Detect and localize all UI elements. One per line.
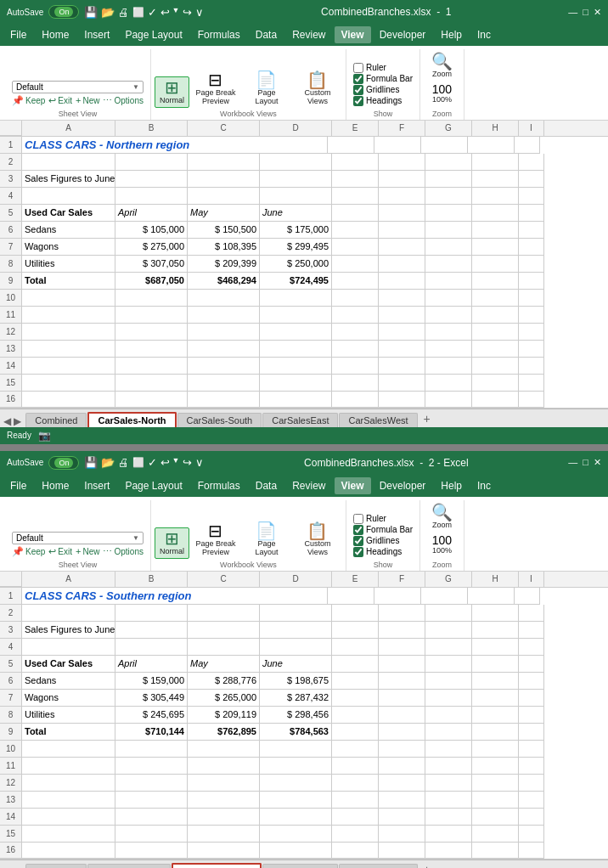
- custom-views-btn-1[interactable]: 📋 Custom Views: [293, 70, 342, 108]
- menu-formulas-2[interactable]: Formulas: [191, 477, 247, 494]
- cell-h1-1[interactable]: [468, 137, 515, 154]
- cell-h7-1[interactable]: [472, 239, 519, 256]
- cell-a7-1[interactable]: Wagons: [22, 239, 115, 256]
- cell-b6-2[interactable]: $ 159,000: [115, 673, 188, 690]
- sv-exit-1[interactable]: ↩ Exit: [48, 95, 72, 106]
- cell-i2-1[interactable]: [519, 154, 544, 171]
- cell-e5-1[interactable]: [332, 205, 379, 222]
- cell-c5-2[interactable]: May: [188, 656, 260, 673]
- autosave-toggle-1[interactable]: On: [48, 5, 79, 19]
- ruler-checkbox-1[interactable]: [353, 63, 363, 73]
- cell-b8-1[interactable]: $ 307,050: [115, 256, 188, 273]
- sheet-view-combo-1[interactable]: Default ▼: [12, 81, 144, 93]
- menu-view-1[interactable]: View: [335, 26, 371, 43]
- sv-keep-2[interactable]: 📌 Keep: [12, 546, 45, 557]
- cell-e2-2[interactable]: [332, 605, 379, 622]
- cell-i4-1[interactable]: [519, 188, 544, 205]
- cell-g6-1[interactable]: [425, 222, 472, 239]
- cell-f8-1[interactable]: [379, 256, 425, 273]
- headings-check-2[interactable]: Headings: [353, 547, 413, 557]
- menu-pagelayout-2[interactable]: Page Layout: [118, 477, 189, 494]
- zoom100-btn-2[interactable]: 100 100%: [428, 533, 456, 557]
- cell-c6-2[interactable]: $ 288,776: [188, 673, 260, 690]
- headings-checkbox-1[interactable]: [353, 96, 363, 106]
- gridlines-check-2[interactable]: Gridlines: [353, 536, 413, 546]
- ruler-check-1[interactable]: Ruler: [353, 63, 413, 73]
- cell-d3-1[interactable]: [260, 171, 332, 188]
- menu-review-2[interactable]: Review: [285, 477, 332, 494]
- formulabar-checkbox-2[interactable]: [353, 525, 363, 535]
- cell-b5-1[interactable]: April: [115, 205, 188, 222]
- tab-carsales-west-2[interactable]: CarSalesWest: [339, 864, 417, 868]
- cell-b2-1[interactable]: [115, 154, 188, 171]
- cell-g4-2[interactable]: [425, 639, 472, 656]
- cell-e2-1[interactable]: [332, 154, 379, 171]
- cell-c9-1[interactable]: $468,294: [188, 273, 260, 290]
- cell-a4-2[interactable]: [22, 639, 115, 656]
- tab-carsales-east-2[interactable]: CarSalesEast: [262, 864, 338, 868]
- cell-i3-2[interactable]: [519, 622, 544, 639]
- tab-carsales-south-2[interactable]: CarSales-South: [172, 863, 262, 868]
- cell-g7-2[interactable]: [425, 690, 472, 707]
- cell-d7-1[interactable]: $ 299,495: [260, 239, 332, 256]
- cell-e7-2[interactable]: [332, 690, 379, 707]
- cell-f3-2[interactable]: [379, 622, 425, 639]
- cell-d4-1[interactable]: [260, 188, 332, 205]
- undo-icon-2[interactable]: ↩: [160, 456, 170, 469]
- cell-f9-1[interactable]: [379, 273, 425, 290]
- cell-b9-2[interactable]: $710,144: [115, 724, 188, 741]
- autosave-toggle-2[interactable]: On: [48, 456, 79, 470]
- sv-options-2[interactable]: ⋯ Options: [103, 546, 143, 557]
- undo-icon-1[interactable]: ↩: [160, 6, 170, 19]
- cell-h6-1[interactable]: [472, 222, 519, 239]
- cell-e3-1[interactable]: [332, 171, 379, 188]
- ruler-checkbox-2[interactable]: [353, 514, 363, 524]
- add-sheet-btn-1[interactable]: +: [419, 410, 436, 427]
- menu-file-1[interactable]: File: [3, 26, 33, 43]
- page-break-btn-2[interactable]: ⊟ Page Break Preview: [191, 521, 240, 559]
- cell-f7-1[interactable]: [379, 239, 425, 256]
- cell-h6-2[interactable]: [472, 673, 519, 690]
- cell-i7-1[interactable]: [519, 239, 544, 256]
- cell-c3-1[interactable]: [188, 171, 260, 188]
- close-btn-1[interactable]: ✕: [594, 7, 601, 18]
- cell-f2-2[interactable]: [379, 605, 425, 622]
- menu-help-2[interactable]: Help: [434, 477, 469, 494]
- save-icon-2[interactable]: 💾: [84, 456, 98, 469]
- sv-options-1[interactable]: ⋯ Options: [103, 95, 143, 106]
- cell-d6-2[interactable]: $ 198,675: [260, 673, 332, 690]
- menu-insert-2[interactable]: Insert: [77, 477, 116, 494]
- cell-g8-1[interactable]: [425, 256, 472, 273]
- cell-b5-2[interactable]: April: [115, 656, 188, 673]
- cell-i9-1[interactable]: [519, 273, 544, 290]
- cell-c8-1[interactable]: $ 209,399: [188, 256, 260, 273]
- close-btn-2[interactable]: ✕: [594, 457, 601, 468]
- cell-e9-1[interactable]: [332, 273, 379, 290]
- cell-i6-1[interactable]: [519, 222, 544, 239]
- cell-g3-1[interactable]: [425, 171, 472, 188]
- print-icon-1[interactable]: 🖨: [118, 6, 129, 19]
- tab-combined-1[interactable]: Combined: [25, 413, 87, 427]
- cell-f7-2[interactable]: [379, 690, 425, 707]
- menu-developer-2[interactable]: Developer: [373, 477, 433, 494]
- cell-g5-2[interactable]: [425, 656, 472, 673]
- cell-e9-2[interactable]: [332, 724, 379, 741]
- cell-d8-2[interactable]: $ 298,456: [260, 707, 332, 724]
- cell-a6-2[interactable]: Sedans: [22, 673, 115, 690]
- menu-help-1[interactable]: Help: [434, 26, 469, 43]
- cell-i7-2[interactable]: [519, 690, 544, 707]
- cell-d2-1[interactable]: [260, 154, 332, 171]
- undo-dropdown-2[interactable]: ▼: [172, 456, 179, 469]
- cell-f6-1[interactable]: [379, 222, 425, 239]
- cell-f6-2[interactable]: [379, 673, 425, 690]
- cell-a5-2[interactable]: Used Car Sales: [22, 656, 115, 673]
- cell-d6-1[interactable]: $ 175,000: [260, 222, 332, 239]
- cell-a9-1[interactable]: Total: [22, 273, 115, 290]
- sv-new-1[interactable]: + New: [76, 95, 99, 106]
- menu-inc-1[interactable]: Inc: [470, 26, 498, 43]
- cell-f4-2[interactable]: [379, 639, 425, 656]
- more-icon-1[interactable]: ∨: [195, 6, 204, 19]
- cell-f8-2[interactable]: [379, 707, 425, 724]
- cell-i9-2[interactable]: [519, 724, 544, 741]
- sv-new-2[interactable]: + New: [76, 546, 99, 557]
